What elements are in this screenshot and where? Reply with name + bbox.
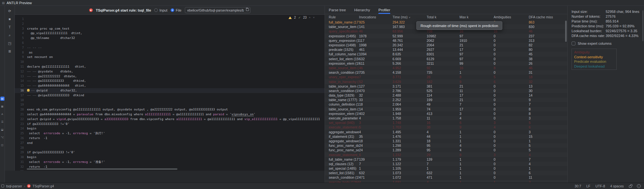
antlr-preview-tool-button[interactable]: ▤ bbox=[0, 97, 5, 101]
profiler-row[interactable]: table_in_hierarchy (15...523.6291829632 bbox=[325, 79, 567, 84]
column-header-max-k[interactable]: Max k bbox=[459, 15, 494, 19]
profiler-row[interactable]: column_definition (1421)182.06449707 bbox=[325, 102, 567, 107]
line-ending[interactable]: LF bbox=[586, 184, 590, 188]
tool-window-button-structure[interactable]: ▦ bbox=[0, 104, 5, 109]
show-expert-columns-checkbox[interactable] bbox=[572, 42, 575, 45]
column-header-ambiguities[interactable]: Ambiguities bbox=[494, 15, 529, 19]
indent-setting[interactable]: 4 spaces bbox=[610, 184, 624, 188]
input-radio[interactable] bbox=[154, 8, 158, 12]
code-line[interactable]: 22select @vipid = vipid,@vipa33333333333… bbox=[15, 117, 325, 122]
profiler-row[interactable]: search_condition (1519)7354.1587351031 bbox=[325, 70, 567, 75]
code-line[interactable]: 10 bbox=[15, 60, 325, 64]
tab-hierarchy[interactable]: Hierarchy bbox=[354, 6, 370, 14]
inspections-widget[interactable]: 2 ✓23 ˄ ˅ bbox=[289, 16, 316, 19]
notifications-icon[interactable]: ! bbox=[637, 184, 641, 188]
refresh-icon[interactable]: ⟳ bbox=[7, 8, 12, 14]
profiler-row[interactable]: set_special (1485)11.1051101 bbox=[325, 166, 567, 171]
code-line[interactable]: 4 @p_vipa1111111111111 dtint, bbox=[15, 31, 325, 36]
file-radio[interactable] bbox=[171, 8, 174, 12]
code-line[interactable]: 5 @p_tblname dtchar32 bbox=[15, 36, 325, 41]
lock-icon[interactable] bbox=[629, 185, 632, 188]
profiler-row[interactable]: table_name (1777)332.2521992109 bbox=[325, 98, 567, 102]
profiler-row[interactable]: set_special (940)31.74816635 bbox=[325, 120, 567, 125]
column-header-rule[interactable]: Rule bbox=[325, 15, 359, 19]
profiler-row[interactable]: aggregate_windowed...41.4954103 bbox=[325, 130, 567, 134]
code-editor[interactable]: 123create proc up_com_test4 @p_vipa11111… bbox=[15, 15, 325, 171]
code-line[interactable]: 21select @a444444444444444 = paravalue f… bbox=[15, 112, 325, 117]
code-line[interactable]: 14—— —— @a333333333333 dtkind, bbox=[15, 79, 325, 83]
profiler-row[interactable]: search_condition (1516)4711.0724711011 bbox=[325, 175, 567, 180]
settings-icon[interactable]: ◳ bbox=[7, 41, 12, 46]
code-line[interactable]: 20exec nb_com_getsysconfig @a11111111111… bbox=[15, 107, 325, 112]
profiler-row[interactable]: execute_parameter (1...41.75811403 bbox=[325, 116, 567, 120]
code-line[interactable]: 17—— —— @vipa333333333333 dtkind bbox=[15, 93, 325, 98]
stop-icon[interactable]: ■ bbox=[7, 16, 12, 22]
code-line[interactable]: 16—— @vipid dtchar32, bbox=[15, 88, 325, 93]
code-line[interactable]: 11declare @a1111111111111 dtint, bbox=[15, 64, 325, 69]
code-line[interactable]: 31 select errorcode = -1, errormsg = '准备… bbox=[15, 160, 325, 165]
file-radio-group[interactable]: File bbox=[171, 8, 182, 12]
profiler-row[interactable]: table_source_item (15...464.9529216846 bbox=[325, 66, 567, 70]
profiler-row[interactable]: aggregate_windowed...181.33118101 bbox=[325, 139, 567, 143]
code-line[interactable]: 7-- -- -- bbox=[15, 45, 325, 50]
tool-window-button-services[interactable]: ◫ bbox=[0, 143, 5, 147]
code-line[interactable]: 1 bbox=[15, 17, 325, 22]
tool-window-button-problems[interactable]: ☰ bbox=[0, 120, 5, 124]
code-line[interactable]: 19 bbox=[15, 102, 325, 107]
profiler-row[interactable]: search_condition (1517)4702.78652511030 bbox=[325, 89, 567, 93]
prev-next-chevrons-icon[interactable]: ˄ ˅ bbox=[309, 16, 316, 19]
profiler-row[interactable]: expression (1495)197852.99910982970237 bbox=[325, 34, 567, 38]
code-line[interactable]: 18 bbox=[15, 98, 325, 103]
column-header-invocations[interactable]: Invocations bbox=[359, 15, 393, 19]
expert-columns-row[interactable]: Show expert columns bbox=[572, 41, 644, 46]
crumb-tsql-parser[interactable]: tsql-parser bbox=[6, 184, 22, 188]
profiler-row[interactable]: func_proc_name_serv...241.28995405 bbox=[325, 148, 567, 152]
profiler-row[interactable]: table_source_item (15...141.959741708 bbox=[325, 107, 567, 111]
profiler-row[interactable]: func_proc_name_data...241.29895405 bbox=[325, 143, 567, 148]
profiler-row[interactable]: predicate (1525)46113.444292717080 bbox=[325, 47, 567, 52]
profiler-row[interactable]: select_list (1581)6321.073632106 bbox=[325, 171, 567, 175]
profiler-row[interactable]: execute_body (1394)41.0314112 bbox=[325, 180, 567, 183]
encoding[interactable]: UTF-8 bbox=[595, 184, 605, 188]
horizontal-scrollbar[interactable] bbox=[27, 168, 177, 170]
profiler-row[interactable]: select_list_elem (1592)6326.669612997038 bbox=[325, 57, 567, 61]
code-line[interactable]: 23if @a333333333333 !='0' bbox=[15, 122, 325, 127]
column-header-time-ms-[interactable]: Time (ms)˅ bbox=[393, 15, 427, 19]
profiler-row[interactable]: table_source_item (15...1273.17138121013 bbox=[325, 84, 567, 89]
code-line[interactable]: 2 bbox=[15, 22, 325, 26]
code-line[interactable]: 8 as bbox=[15, 50, 325, 55]
code-line[interactable]: 3create proc up_com_test bbox=[15, 26, 325, 31]
code-line[interactable]: 26 return -1 bbox=[15, 136, 325, 141]
table-scrollbar[interactable] bbox=[565, 21, 567, 42]
input-radio-group[interactable]: Input bbox=[154, 8, 167, 12]
profiler-row[interactable]: unary_oper_express (...73.771288518 bbox=[325, 75, 567, 79]
tool-window-button-terminal[interactable]: ⬓ bbox=[0, 128, 5, 132]
profiler-row[interactable]: expression_elem (1590)6115.266321199026 bbox=[325, 61, 567, 66]
crumb-tsqlparser-g4[interactable]: TSqlParser.g4 bbox=[33, 184, 54, 188]
profiler-row[interactable]: query_expression (1527)11748.76120621910… bbox=[325, 38, 567, 43]
tab-profiler[interactable]: Profiler bbox=[378, 6, 390, 14]
profiler-row[interactable]: full_table_name (1773)1391.179139107 bbox=[325, 157, 567, 162]
code-line[interactable]: 30begin bbox=[15, 155, 325, 160]
search-icon[interactable]: ⌕ bbox=[7, 33, 12, 38]
profiler-row[interactable]: execute_statement_a...61.23229834 bbox=[325, 152, 567, 157]
layers-icon[interactable]: ≣ bbox=[7, 49, 12, 54]
code-line[interactable]: 13—— —— @a2222222222 dtdate, bbox=[15, 74, 325, 79]
code-line[interactable]: 15—— —— @a444444444444444 dtint, bbox=[15, 83, 325, 88]
code-line[interactable]: 27end bbox=[15, 141, 325, 146]
profiler-row[interactable]: data_type (1829)322.48811417014 bbox=[325, 93, 567, 98]
folder-icon[interactable] bbox=[246, 8, 249, 11]
tool-window-button-run[interactable]: A bbox=[0, 112, 5, 116]
intention-bulb-icon[interactable] bbox=[27, 89, 30, 91]
code-line[interactable]: 9set nocount on bbox=[15, 55, 325, 60]
profiler-row[interactable]: expression_elem (1589)4021.948413308 bbox=[325, 111, 567, 116]
column-header-dfa-cache-miss[interactable]: DFA cache miss bbox=[529, 15, 567, 19]
code-line[interactable]: 24begin bbox=[15, 126, 325, 131]
code-line[interactable]: 29if @vipa333333333333 !='0' bbox=[15, 150, 325, 155]
text-tool-icon[interactable]: T bbox=[7, 24, 12, 30]
code-line[interactable]: 6 bbox=[15, 41, 325, 45]
code-line[interactable]: 25 select errorcode = -1, errormsg = '执行… bbox=[15, 131, 325, 136]
tool-window-button-git[interactable]: ⌥ bbox=[0, 135, 5, 139]
profiler-row[interactable]: full_column_name (17...10948.63583019704… bbox=[325, 52, 567, 56]
code-line[interactable]: 28 bbox=[15, 146, 325, 150]
